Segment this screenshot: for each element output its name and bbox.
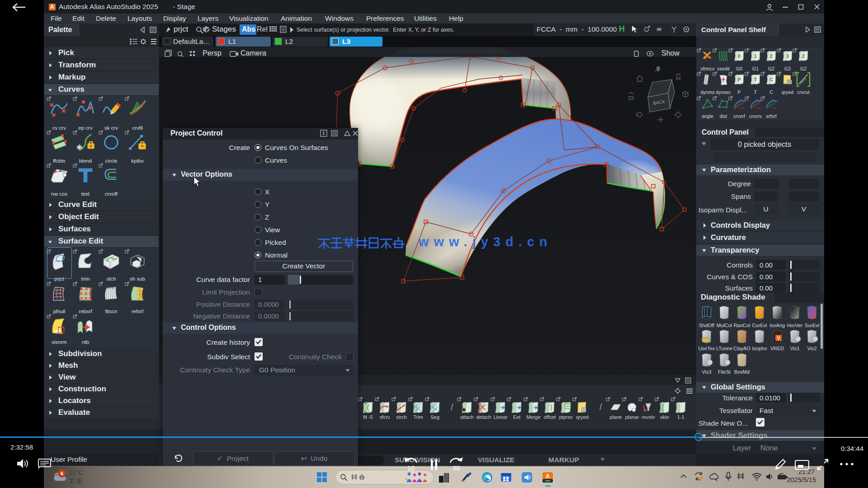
svg-text:1: 1 <box>754 54 757 59</box>
svg-text:6: 6 <box>61 471 63 476</box>
svg-text:min: min <box>739 99 743 101</box>
svg-text:max: max <box>756 107 761 109</box>
svg-text:2: 2 <box>802 54 805 59</box>
svg-text:C: C <box>769 77 773 82</box>
svg-text:min: min <box>755 99 759 101</box>
svg-text:10: 10 <box>407 464 415 472</box>
svg-text:V: V <box>777 336 780 341</box>
svg-text:0: 0 <box>738 54 741 59</box>
svg-text:max: max <box>740 107 745 109</box>
svg-text:3: 3 <box>786 54 789 59</box>
svg-text:A: A <box>546 473 550 479</box>
svg-text:min: min <box>771 99 775 101</box>
svg-text:2: 2 <box>770 54 773 59</box>
svg-text:P: P <box>738 77 741 82</box>
svg-text:max: max <box>772 107 777 109</box>
svg-text:30: 30 <box>453 464 460 472</box>
svg-text:T: T <box>754 77 757 82</box>
